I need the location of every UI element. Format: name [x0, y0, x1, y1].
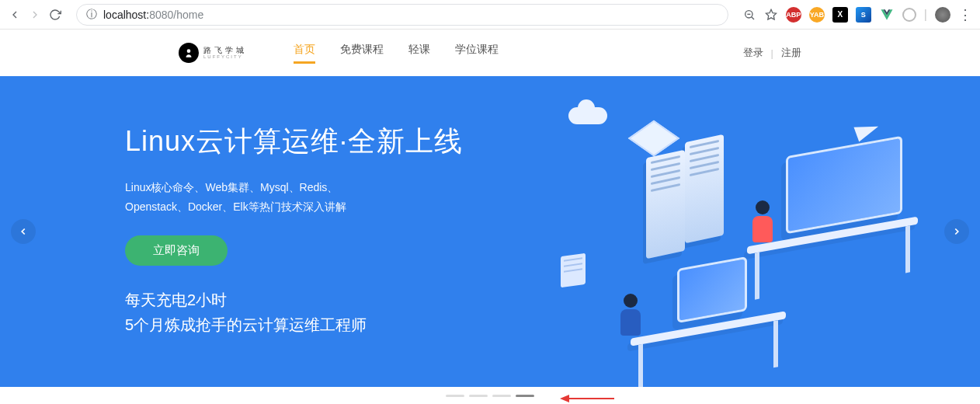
cube-icon — [628, 120, 680, 157]
carousel-indicator-1[interactable] — [446, 395, 464, 397]
svg-line-2 — [752, 16, 754, 19]
cloud-icon — [568, 107, 607, 124]
carousel-prev-button[interactable] — [11, 219, 36, 244]
hero-illustration — [545, 99, 933, 379]
register-link[interactable]: 注册 — [781, 46, 801, 60]
screen-icon — [786, 136, 902, 234]
svg-marker-3 — [766, 9, 776, 19]
reload-icon[interactable] — [48, 8, 62, 22]
hero-banner: Linux云计算运维·全新上线 Linux核心命令、Web集群、Mysql、Re… — [0, 76, 980, 387]
logo-icon — [179, 43, 199, 63]
person-sitting-icon — [615, 294, 646, 340]
auth-divider: | — [771, 47, 773, 59]
svg-marker-6 — [560, 395, 569, 402]
profile-avatar-icon[interactable] — [935, 7, 950, 23]
annotation-arrow-icon — [560, 393, 614, 404]
toolbar-divider: | — [924, 8, 927, 22]
server-rack-icon — [646, 150, 685, 259]
svg-point-4 — [187, 49, 191, 53]
site-header: 路飞学城 LUFFYCITY 首页 免费课程 轻课 学位课程 登录 | 注册 — [0, 30, 980, 76]
nav-home[interactable]: 首页 — [294, 43, 315, 64]
carousel-indicator-4[interactable] — [516, 395, 534, 397]
url-text: localhost:8080/home — [103, 9, 203, 21]
carousel-indicator-3[interactable] — [492, 395, 511, 397]
nav-free-course[interactable]: 免费课程 — [340, 43, 384, 64]
cta-button[interactable]: 立即咨询 — [125, 235, 228, 266]
carousel-indicator-2[interactable] — [469, 395, 488, 397]
abp-extension-icon[interactable]: ABP — [786, 7, 801, 23]
browser-toolbar: ⓘ localhost:8080/home ABP YAB X S | ⋮ — [0, 0, 980, 30]
document-icon — [561, 253, 586, 287]
carousel-next-button[interactable] — [944, 219, 969, 244]
login-link[interactable]: 登录 — [743, 46, 763, 60]
carousel-indicators — [0, 387, 980, 404]
x-extension-icon[interactable]: X — [832, 7, 848, 23]
info-icon: ⓘ — [86, 8, 97, 22]
forward-icon[interactable] — [28, 8, 42, 22]
logo-text: 路飞学城 LUFFYCITY — [203, 47, 247, 59]
address-bar[interactable]: ⓘ localhost:8080/home — [76, 4, 728, 26]
nav-light-course[interactable]: 轻课 — [408, 43, 430, 64]
circle-extension-icon[interactable] — [902, 8, 916, 22]
back-icon[interactable] — [8, 8, 22, 22]
nav-menu: 首页 免费课程 轻课 学位课程 — [294, 43, 499, 64]
vue-extension-icon[interactable] — [879, 7, 895, 23]
person-standing-icon — [747, 200, 778, 247]
auth-links: 登录 | 注册 — [743, 46, 801, 60]
yab-extension-icon[interactable]: YAB — [809, 7, 825, 23]
server-rack-icon — [685, 134, 724, 244]
monitor-icon — [677, 256, 747, 323]
menu-icon[interactable]: ⋮ — [958, 8, 972, 22]
zoom-icon[interactable] — [742, 8, 756, 22]
s-extension-icon[interactable]: S — [856, 7, 871, 23]
nav-degree-course[interactable]: 学位课程 — [455, 43, 499, 64]
star-icon[interactable] — [764, 8, 778, 22]
paper-plane-icon — [853, 119, 881, 141]
logo[interactable]: 路飞学城 LUFFYCITY — [179, 43, 247, 63]
